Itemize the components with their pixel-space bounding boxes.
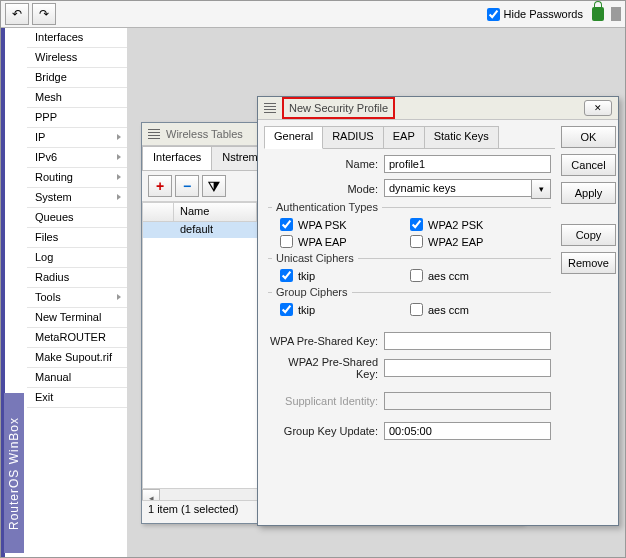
wpa-eap-checkbox[interactable]: WPA EAP <box>280 235 400 248</box>
menu-item-interfaces[interactable]: Interfaces <box>27 28 127 48</box>
menu-item-tools[interactable]: Tools <box>27 288 127 308</box>
security-profile-dialog: New Security Profile ✕ General RADIUS EA… <box>257 96 619 526</box>
chevron-down-icon: ▾ <box>539 184 544 194</box>
dialog-title-highlight: New Security Profile <box>282 97 395 119</box>
tab-radius[interactable]: RADIUS <box>322 126 384 148</box>
auth-types-title: Authentication Types <box>272 201 382 213</box>
dialog-button-column: OK Cancel Apply Copy Remove <box>561 126 616 520</box>
dialog-tabs: General RADIUS EAP Static Keys <box>264 126 555 149</box>
copy-button[interactable]: Copy <box>561 224 616 246</box>
wpa2-psk-checkbox[interactable]: WPA2 PSK <box>410 218 530 231</box>
menu-item-queues[interactable]: Queues <box>27 208 127 228</box>
name-label: Name: <box>268 158 378 170</box>
group-aes-checkbox[interactable]: aes ccm <box>410 303 530 316</box>
close-button[interactable]: ✕ <box>584 100 612 116</box>
wpa2-key-input[interactable] <box>384 359 551 377</box>
menu-item-bridge[interactable]: Bridge <box>27 68 127 88</box>
window-icon <box>148 129 160 139</box>
menu-item-make-supout-rif[interactable]: Make Supout.rif <box>27 348 127 368</box>
top-toolbar: ↶ ↷ Hide Passwords <box>1 1 625 28</box>
filter-button[interactable]: ⧩ <box>202 175 226 197</box>
app-title-vertical: RouterOS WinBox <box>4 393 24 553</box>
gku-label: Group Key Update: <box>268 425 378 437</box>
menu-item-new-terminal[interactable]: New Terminal <box>27 308 127 328</box>
mode-label: Mode: <box>268 183 378 195</box>
col-name[interactable]: Name <box>174 203 257 221</box>
apply-button[interactable]: Apply <box>561 182 616 204</box>
menu-item-ipv6[interactable]: IPv6 <box>27 148 127 168</box>
menu-item-radius[interactable]: Radius <box>27 268 127 288</box>
unicast-title: Unicast Ciphers <box>272 252 358 264</box>
dialog-content: General RADIUS EAP Static Keys Name: M <box>264 126 555 520</box>
group-title: Group Ciphers <box>272 286 352 298</box>
wireless-title: Wireless Tables <box>166 128 243 140</box>
gku-input[interactable] <box>384 422 551 440</box>
supplicant-label: Supplicant Identity: <box>268 395 378 407</box>
tab-static-keys[interactable]: Static Keys <box>424 126 499 148</box>
tab-interfaces[interactable]: Interfaces <box>142 146 212 170</box>
app-frame: ↶ ↷ Hide Passwords RouterOS WinBox Inter… <box>0 0 626 558</box>
funnel-icon: ⧩ <box>208 178 220 195</box>
add-button[interactable]: + <box>148 175 172 197</box>
auth-types-group: Authentication Types WPA PSK WPA2 PSK WP… <box>268 207 551 250</box>
mode-dropdown-button[interactable]: ▾ <box>531 179 551 199</box>
main-menu: InterfacesWirelessBridgeMeshPPPIPIPv6Rou… <box>27 28 128 408</box>
status-box-icon <box>611 7 621 21</box>
cell-name: default <box>174 222 257 238</box>
unicast-tkip-checkbox[interactable]: tkip <box>280 269 400 282</box>
unicast-ciphers-group: Unicast Ciphers tkip aes ccm <box>268 258 551 284</box>
menu-item-manual[interactable]: Manual <box>27 368 127 388</box>
menu-item-routing[interactable]: Routing <box>27 168 127 188</box>
hide-passwords-checkbox[interactable]: Hide Passwords <box>487 8 583 21</box>
wpa2-key-label: WPA2 Pre-Shared Key: <box>268 356 378 380</box>
wpa2-eap-checkbox[interactable]: WPA2 EAP <box>410 235 530 248</box>
mdi-area: Wireless Tables Interfaces Nstreme Dual … <box>127 28 625 558</box>
lock-icon <box>592 7 604 21</box>
app-body: RouterOS WinBox InterfacesWirelessBridge… <box>1 28 625 558</box>
wpa-key-input[interactable] <box>384 332 551 350</box>
menu-item-exit[interactable]: Exit <box>27 388 127 408</box>
redo-button[interactable]: ↷ <box>32 3 56 25</box>
general-pane: Name: Mode: ▾ Authe <box>264 149 555 452</box>
group-ciphers-group: Group Ciphers tkip aes ccm <box>268 292 551 318</box>
group-tkip-checkbox[interactable]: tkip <box>280 303 400 316</box>
unicast-aes-checkbox[interactable]: aes ccm <box>410 269 530 282</box>
ok-button[interactable]: OK <box>561 126 616 148</box>
hide-passwords-input[interactable] <box>487 8 500 21</box>
dialog-title: New Security Profile <box>289 102 388 114</box>
menu-item-ip[interactable]: IP <box>27 128 127 148</box>
menu-item-ppp[interactable]: PPP <box>27 108 127 128</box>
cell-blank <box>143 222 174 238</box>
remove-button[interactable]: Remove <box>561 252 616 274</box>
menu-item-metarouter[interactable]: MetaROUTER <box>27 328 127 348</box>
dialog-titlebar[interactable]: New Security Profile ✕ <box>258 97 618 120</box>
name-input[interactable] <box>384 155 551 173</box>
hide-passwords-label: Hide Passwords <box>504 8 583 20</box>
menu-item-files[interactable]: Files <box>27 228 127 248</box>
tab-eap[interactable]: EAP <box>383 126 425 148</box>
menu-item-system[interactable]: System <box>27 188 127 208</box>
tab-general[interactable]: General <box>264 126 323 149</box>
supplicant-input <box>384 392 551 410</box>
remove-button[interactable]: − <box>175 175 199 197</box>
cancel-button[interactable]: Cancel <box>561 154 616 176</box>
mode-input[interactable] <box>384 179 531 197</box>
col-blank[interactable] <box>143 203 174 221</box>
undo-button[interactable]: ↶ <box>5 3 29 25</box>
window-icon <box>264 103 276 113</box>
menu-item-mesh[interactable]: Mesh <box>27 88 127 108</box>
menu-item-log[interactable]: Log <box>27 248 127 268</box>
wpa-psk-checkbox[interactable]: WPA PSK <box>280 218 400 231</box>
wpa-key-label: WPA Pre-Shared Key: <box>268 335 378 347</box>
menu-item-wireless[interactable]: Wireless <box>27 48 127 68</box>
